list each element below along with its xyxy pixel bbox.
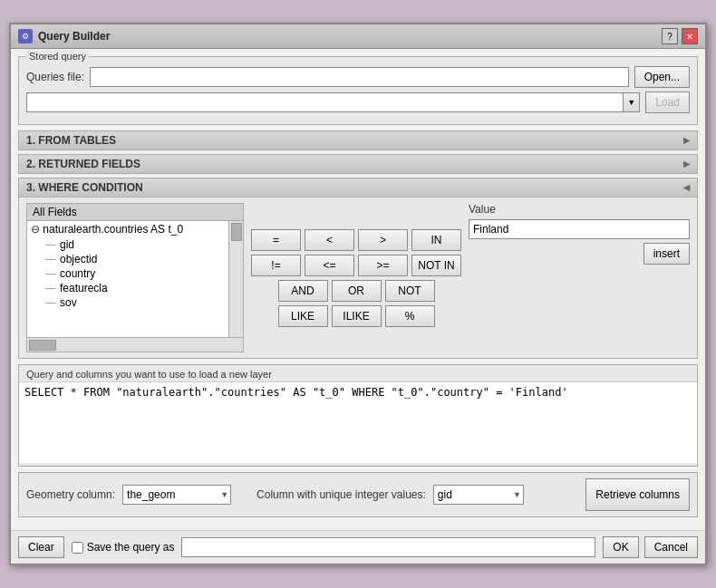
help-button[interactable]: ?	[662, 28, 678, 44]
operators-panel: = < > IN != <= >= NOT IN AND OR NOT	[251, 203, 461, 352]
query-section: Query and columns you want to use to loa…	[18, 364, 698, 467]
cancel-button[interactable]: Cancel	[644, 536, 698, 558]
stored-query-legend: Stored query	[26, 51, 89, 62]
op-percent-button[interactable]: %	[385, 305, 435, 327]
value-label: Value	[469, 203, 690, 216]
query-textarea[interactable]	[19, 381, 697, 463]
queries-file-input[interactable]	[90, 67, 629, 87]
insert-button[interactable]: insert	[643, 243, 690, 265]
op-lt-button[interactable]: <	[305, 229, 354, 251]
fields-list[interactable]: ⊖ naturalearth.countries AS t_0 —gid —ob…	[26, 220, 229, 338]
fields-header: All Fields	[26, 203, 244, 220]
stored-query-combo-input[interactable]	[26, 92, 624, 112]
queries-file-label: Queries file:	[26, 71, 84, 83]
op-like-button[interactable]: LIKE	[278, 305, 328, 327]
tree-root: ⊖ naturalearth.countries AS t_0	[27, 221, 228, 237]
unique-integer-wrapper: gid ▼	[433, 485, 524, 505]
op-row-4: LIKE ILIKE %	[278, 305, 435, 327]
fields-list-area: ⊖ naturalearth.countries AS t_0 —gid —ob…	[26, 220, 244, 338]
footer-right: OK Cancel	[603, 536, 698, 558]
value-panel: Value insert	[469, 203, 690, 352]
dialog-title: Query Builder	[38, 30, 110, 43]
geometry-column-label: Geometry column:	[26, 488, 115, 501]
stored-query-group: Stored query Queries file: Open... ▼ Loa…	[18, 56, 698, 125]
field-objectid-label: objectid	[60, 253, 97, 265]
op-and-button[interactable]: AND	[278, 280, 328, 302]
where-condition-header[interactable]: 3. WHERE CONDITION	[19, 178, 697, 198]
field-gid-label: gid	[60, 238, 74, 251]
open-button[interactable]: Open...	[634, 66, 690, 88]
save-query-text: Save the query as	[87, 541, 175, 554]
save-query-checkbox[interactable]	[72, 542, 83, 554]
op-not-button[interactable]: NOT	[385, 280, 435, 302]
returned-fields-header[interactable]: 2. RETURNED FIELDS	[18, 154, 698, 174]
hscroll-thumb	[29, 340, 56, 351]
where-condition-label: 3. WHERE CONDITION	[26, 181, 143, 194]
field-sov-label: sov	[60, 296, 77, 309]
op-eq-button[interactable]: =	[251, 229, 301, 251]
geometry-column-select[interactable]: the_geom	[122, 485, 231, 505]
op-gt-button[interactable]: >	[358, 229, 408, 251]
tree-item-country[interactable]: —country	[27, 266, 228, 281]
op-in-button[interactable]: IN	[411, 229, 461, 251]
dialog-icon: ⚙	[18, 29, 33, 43]
op-notin-button[interactable]: NOT IN	[411, 255, 461, 276]
query-builder-dialog: ⚙ Query Builder ? ✕ Stored query Queries…	[9, 23, 707, 565]
unique-integer-select[interactable]: gid	[433, 485, 524, 505]
op-row-1: = < > IN	[251, 229, 461, 251]
queries-file-row: Queries file: Open...	[26, 66, 690, 88]
field-featurecla-label: featurecla	[60, 282, 108, 294]
combo-dropdown-btn[interactable]: ▼	[624, 92, 640, 112]
ok-button[interactable]: OK	[603, 536, 638, 558]
clear-button[interactable]: Clear	[18, 536, 64, 558]
field-country-label: country	[60, 267, 95, 280]
returned-fields-label: 2. RETURNED FIELDS	[26, 158, 140, 170]
titlebar-left: ⚙ Query Builder	[18, 29, 110, 43]
tree-item-featurecla[interactable]: —featurecla	[27, 281, 228, 295]
tree-root-label: naturalearth.countries AS t_0	[43, 223, 183, 236]
load-row: ▼ Load	[26, 92, 690, 113]
close-button[interactable]: ✕	[682, 28, 698, 44]
load-button[interactable]: Load	[645, 92, 690, 113]
retrieve-columns-button[interactable]: Retrieve columns	[585, 478, 690, 511]
unique-integer-label: Column with unique integer values:	[256, 488, 426, 501]
op-row-2: != <= >= NOT IN	[251, 255, 461, 276]
footer: Clear Save the query as OK Cancel	[11, 530, 705, 564]
tree-item-gid[interactable]: —gid	[27, 237, 228, 252]
query-section-label: Query and columns you want to use to loa…	[19, 365, 697, 381]
tree-item-objectid[interactable]: —objectid	[27, 252, 228, 266]
stored-query-combo: ▼	[26, 92, 640, 112]
geometry-column-wrapper: the_geom ▼	[122, 485, 231, 505]
op-gte-button[interactable]: >=	[358, 255, 408, 276]
where-section: 3. WHERE CONDITION All Fields ⊖ naturale…	[18, 178, 698, 359]
save-query-label: Save the query as	[72, 541, 175, 554]
op-lte-button[interactable]: <=	[305, 255, 354, 276]
where-body: All Fields ⊖ naturalearth.countries AS t…	[19, 198, 697, 358]
dialog-body: Stored query Queries file: Open... ▼ Loa…	[11, 49, 705, 530]
op-neq-button[interactable]: !=	[251, 255, 301, 276]
value-input[interactable]	[469, 219, 690, 239]
save-query-input[interactable]	[181, 537, 595, 557]
tree-item-sov[interactable]: —sov	[27, 295, 228, 310]
from-tables-header[interactable]: 1. FROM TABLES	[18, 130, 698, 150]
bottom-controls: Geometry column: the_geom ▼ Column with …	[18, 472, 698, 517]
fields-hscrollbar[interactable]	[26, 338, 244, 352]
scrollbar-thumb	[231, 223, 242, 241]
fields-panel: All Fields ⊖ naturalearth.countries AS t…	[26, 203, 244, 352]
op-or-button[interactable]: OR	[332, 280, 382, 302]
op-ilike-button[interactable]: ILIKE	[332, 305, 382, 327]
titlebar: ⚙ Query Builder ? ✕	[11, 24, 705, 49]
bottom-row: Geometry column: the_geom ▼ Column with …	[26, 478, 690, 511]
op-row-3: AND OR NOT	[278, 280, 435, 302]
from-tables-label: 1. FROM TABLES	[26, 134, 116, 147]
fields-scrollbar[interactable]	[229, 220, 244, 338]
titlebar-buttons: ? ✕	[662, 28, 698, 44]
